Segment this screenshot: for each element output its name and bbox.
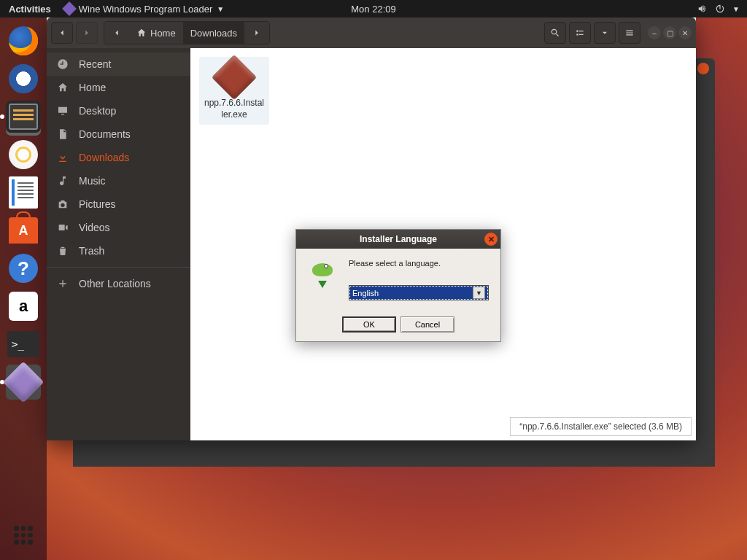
camera-icon <box>57 198 69 210</box>
apps-grid-icon <box>14 526 33 545</box>
installer-icon <box>308 259 337 288</box>
launcher-rhythmbox[interactable] <box>6 137 41 172</box>
sidebar-item-label: Pictures <box>79 198 116 210</box>
video-icon <box>57 222 69 233</box>
download-icon <box>57 152 69 163</box>
launcher-terminal[interactable]: >_ <box>6 327 41 362</box>
installer-language-dialog: Installer Language ✕ Please select a lan… <box>295 229 501 342</box>
sidebar-pictures[interactable]: Pictures <box>47 192 190 216</box>
view-list-button[interactable] <box>569 22 591 44</box>
app-menu[interactable]: Wine Windows Program Loader ▼ <box>60 4 228 15</box>
files-sidebar: Recent Home Desktop Documents Downloads … <box>47 48 190 440</box>
path-downloads[interactable]: Downloads <box>183 22 244 44</box>
window-controls: – ▢ ✕ <box>648 26 692 39</box>
sidebar-desktop[interactable]: Desktop <box>47 99 190 122</box>
sidebar-item-label: Home <box>79 82 106 93</box>
hamburger-icon <box>624 28 635 38</box>
dialog-titlebar[interactable]: Installer Language ✕ <box>296 230 500 249</box>
sidebar-downloads[interactable]: Downloads <box>47 146 190 169</box>
nav-back-button[interactable] <box>51 22 73 44</box>
help-icon: ? <box>9 254 38 283</box>
wine-icon <box>62 1 77 16</box>
sidebar-documents[interactable]: Documents <box>47 122 190 146</box>
sidebar-home[interactable]: Home <box>47 76 190 99</box>
launcher-firefox[interactable] <box>6 23 41 58</box>
document-icon <box>57 128 69 140</box>
statusbar: “npp.7.6.6.Installer.exe” selected (3.6 … <box>510 417 692 436</box>
file-item[interactable]: npp.7.6.6.Installer.exe <box>199 57 269 125</box>
libreoffice-writer-icon <box>9 176 38 209</box>
language-select[interactable]: English ▼ <box>349 285 489 300</box>
terminal-icon: >_ <box>7 331 39 357</box>
chevron-down-icon: ▼ <box>473 287 485 299</box>
exe-icon <box>212 55 257 100</box>
plus-icon <box>57 278 69 289</box>
desktop-icon <box>57 105 69 117</box>
ok-button[interactable]: OK <box>342 316 396 332</box>
dialog-title: Installer Language <box>360 234 437 244</box>
amazon-icon: a <box>9 292 38 321</box>
launcher-files[interactable] <box>6 99 41 134</box>
path-home[interactable]: Home <box>129 22 183 44</box>
sidebar-item-label: Music <box>79 175 106 187</box>
clock[interactable]: Mon 22:09 <box>351 4 395 15</box>
files-icon <box>9 104 38 130</box>
path-expand-button[interactable] <box>244 22 269 44</box>
sidebar-item-label: Trash <box>79 245 104 257</box>
chevron-down-icon: ▼ <box>732 5 740 13</box>
sidebar-item-label: Desktop <box>79 105 116 117</box>
files-headerbar: Home Downloads – ▢ ✕ <box>47 18 696 48</box>
launcher-amazon[interactable]: a <box>6 289 41 324</box>
launcher-dock: ? a >_ <box>0 18 47 560</box>
hamburger-menu-button[interactable] <box>619 22 640 44</box>
close-button[interactable] <box>697 63 709 74</box>
close-button[interactable]: ✕ <box>484 233 498 246</box>
sidebar-other-locations[interactable]: Other Locations <box>47 267 190 295</box>
home-icon <box>57 82 69 93</box>
sidebar-item-label: Documents <box>79 128 131 140</box>
path-up-button[interactable] <box>104 22 129 44</box>
language-selected: English <box>352 289 379 298</box>
sidebar-item-label: Recent <box>79 58 111 70</box>
sidebar-recent[interactable]: Recent <box>47 52 190 76</box>
chevron-down-icon <box>600 28 610 38</box>
trash-icon <box>57 245 69 257</box>
firefox-icon <box>9 26 38 55</box>
list-icon <box>575 28 585 38</box>
sidebar-item-label: Downloads <box>79 152 129 163</box>
volume-icon <box>697 4 708 14</box>
path-bar: Home Downloads <box>104 21 270 44</box>
launcher-wine[interactable] <box>6 365 41 400</box>
rhythmbox-icon <box>9 140 38 169</box>
launcher-writer[interactable] <box>6 175 41 210</box>
launcher-help[interactable]: ? <box>6 251 41 286</box>
path-home-label: Home <box>150 28 176 39</box>
path-downloads-label: Downloads <box>190 28 237 39</box>
dialog-message: Please select a language. <box>349 259 489 268</box>
home-icon <box>136 28 147 38</box>
status-area[interactable]: ▼ <box>697 4 747 14</box>
topbar: Activities Wine Windows Program Loader ▼… <box>0 0 747 18</box>
cancel-button[interactable]: Cancel <box>400 316 454 332</box>
launcher-software[interactable] <box>6 213 41 248</box>
sidebar-music[interactable]: Music <box>47 169 190 192</box>
nav-forward-button[interactable] <box>76 22 98 44</box>
activities-button[interactable]: Activities <box>0 4 60 15</box>
search-button[interactable] <box>544 22 566 44</box>
power-icon <box>715 4 725 14</box>
clock-icon <box>57 58 69 70</box>
sidebar-trash[interactable]: Trash <box>47 239 190 262</box>
sidebar-videos[interactable]: Videos <box>47 216 190 239</box>
search-icon <box>550 28 560 38</box>
ubuntu-software-icon <box>9 217 38 244</box>
minimize-button[interactable]: – <box>648 26 661 39</box>
music-icon <box>57 175 69 187</box>
sidebar-item-label: Videos <box>79 222 110 233</box>
show-applications[interactable] <box>6 518 41 553</box>
chevron-down-icon: ▼ <box>217 5 224 13</box>
file-name: npp.7.6.6.Installer.exe <box>204 98 265 120</box>
maximize-button[interactable]: ▢ <box>663 26 676 39</box>
launcher-thunderbird[interactable] <box>6 61 41 96</box>
close-button[interactable]: ✕ <box>678 26 692 39</box>
view-menu-button[interactable] <box>594 22 616 44</box>
